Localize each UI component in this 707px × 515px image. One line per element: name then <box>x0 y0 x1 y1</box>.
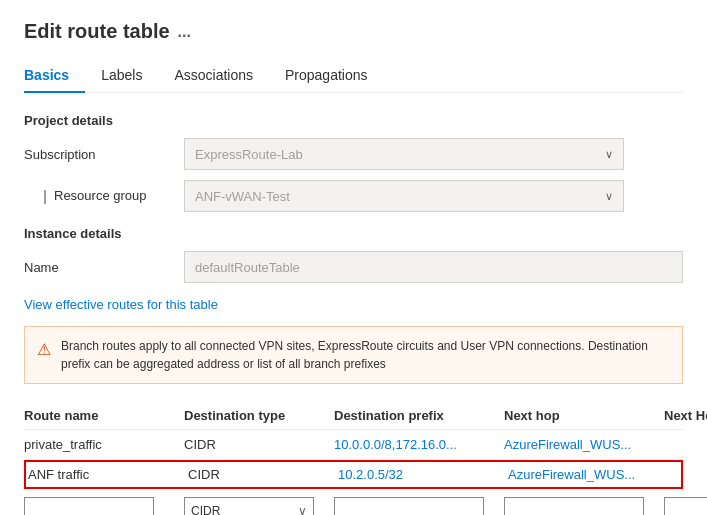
tab-associations[interactable]: Associations <box>158 59 269 93</box>
resource-group-label: Resource group <box>24 188 184 204</box>
col-destination-prefix: Destination prefix <box>334 408 504 423</box>
warning-banner: ⚠ Branch routes apply to all connected V… <box>24 326 683 384</box>
project-details-title: Project details <box>24 113 683 128</box>
col-destination-type: Destination type <box>184 408 334 423</box>
name-value: defaultRouteTable <box>195 260 300 275</box>
row1-destination-type: CIDR <box>184 437 334 452</box>
row2-destination-prefix[interactable]: 10.2.0.5/32 <box>338 467 508 482</box>
col-next-hop-ip: Next Hop IP <box>664 408 707 423</box>
row2-route-name: ANF traffic <box>28 467 188 482</box>
col-next-hop: Next hop <box>504 408 664 423</box>
warning-icon: ⚠ <box>37 338 51 362</box>
subscription-chevron-icon: ∨ <box>605 148 613 161</box>
tab-labels[interactable]: Labels <box>85 59 158 93</box>
tab-propagations[interactable]: Propagations <box>269 59 384 93</box>
row2-destination-type: CIDR <box>188 467 338 482</box>
routes-table: Route name Destination type Destination … <box>24 402 683 515</box>
new-row-inputs: CIDR ∨ ∨ <box>24 493 683 515</box>
tabs-container: Basics Labels Associations Propagations <box>24 59 683 93</box>
more-options-icon[interactable]: ... <box>178 23 191 41</box>
name-label: Name <box>24 260 184 275</box>
row1-route-name: private_traffic <box>24 437 184 452</box>
row1-next-hop[interactable]: AzureFirewall_WUS... <box>504 437 664 452</box>
table-row: private_traffic CIDR 10.0.0.0/8,172.16.0… <box>24 430 683 460</box>
name-input: defaultRouteTable <box>184 251 683 283</box>
warning-text: Branch routes apply to all connected VPN… <box>61 337 670 373</box>
row1-destination-prefix[interactable]: 10.0.0.0/8,172.16.0... <box>334 437 504 452</box>
col-route-name: Route name <box>24 408 184 423</box>
subscription-input: ExpressRoute-Lab ∨ <box>184 138 624 170</box>
new-route-name-input[interactable] <box>24 497 154 515</box>
subscription-label: Subscription <box>24 147 184 162</box>
subscription-value: ExpressRoute-Lab <box>195 147 303 162</box>
new-next-hop-input[interactable] <box>504 497 644 515</box>
table-header: Route name Destination type Destination … <box>24 402 683 430</box>
new-destination-type-select[interactable]: CIDR ∨ <box>184 497 314 515</box>
tab-basics[interactable]: Basics <box>24 59 85 93</box>
new-destination-prefix-input[interactable] <box>334 497 484 515</box>
effective-routes-link[interactable]: View effective routes for this table <box>24 297 218 312</box>
resource-group-chevron-icon: ∨ <box>605 190 613 203</box>
resource-group-input: ANF-vWAN-Test ∨ <box>184 180 624 212</box>
instance-details-title: Instance details <box>24 226 683 241</box>
row2-next-hop[interactable]: AzureFirewall_WUS... <box>508 467 668 482</box>
table-row: ANF traffic CIDR 10.2.0.5/32 AzureFirewa… <box>24 460 683 489</box>
page-title: Edit route table <box>24 20 170 43</box>
new-next-hop-ip-select[interactable]: ∨ <box>664 497 707 515</box>
resource-group-value: ANF-vWAN-Test <box>195 189 290 204</box>
destination-type-chevron-icon: ∨ <box>298 504 307 515</box>
destination-type-value: CIDR <box>191 504 220 515</box>
